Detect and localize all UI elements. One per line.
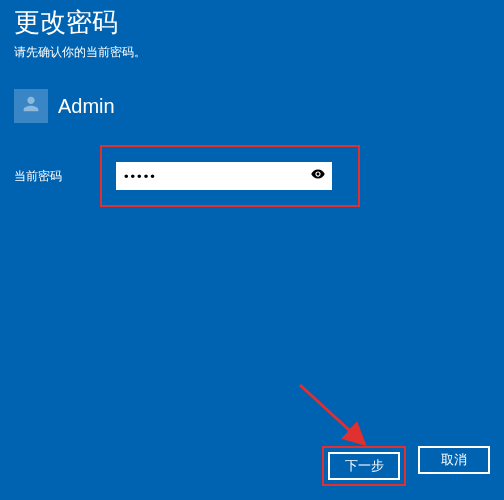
reveal-password-button[interactable] — [304, 162, 332, 190]
svg-line-1 — [300, 385, 360, 440]
header: 更改密码 请先确认你的当前密码。 — [0, 0, 504, 61]
eye-icon — [309, 165, 327, 187]
page-title: 更改密码 — [14, 5, 490, 40]
next-button[interactable]: 下一步 — [328, 452, 400, 480]
current-password-input[interactable] — [116, 162, 332, 190]
annotation-highlight-password — [100, 145, 360, 207]
cancel-button[interactable]: 取消 — [418, 446, 490, 474]
user-icon — [20, 93, 42, 119]
password-wrapper — [116, 162, 332, 190]
username: Admin — [58, 95, 115, 118]
button-row: 下一步 取消 — [322, 446, 490, 486]
annotation-highlight-next: 下一步 — [322, 446, 406, 486]
avatar — [14, 89, 48, 123]
password-row: 当前密码 — [0, 145, 504, 207]
page-subtitle: 请先确认你的当前密码。 — [14, 44, 490, 61]
password-label: 当前密码 — [14, 168, 100, 185]
user-section: Admin — [0, 89, 504, 123]
